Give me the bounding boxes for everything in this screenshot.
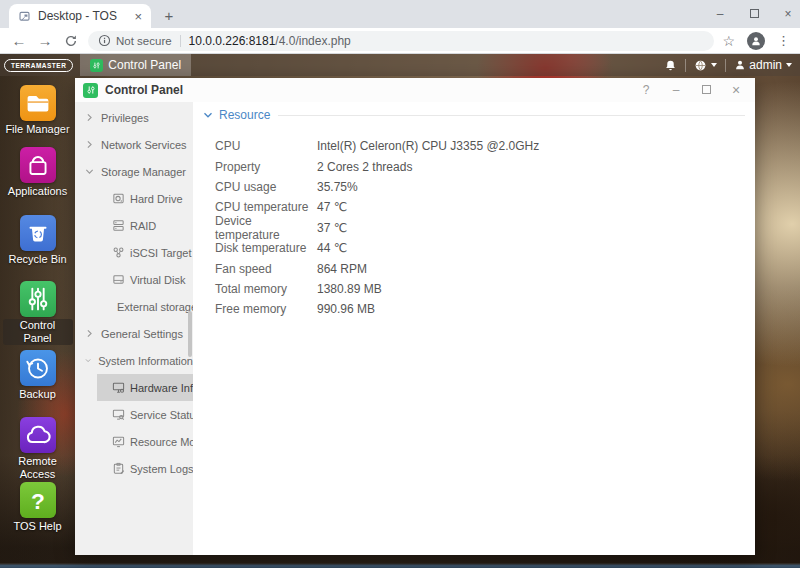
desktop-icon-label: Recycle Bin [8,253,66,266]
window-close-button[interactable]: × [729,82,743,98]
security-label: Not secure [116,35,172,47]
desktop-icon-label: File Manager [5,123,69,136]
window-help-button[interactable]: ? [639,83,653,97]
maximize-icon [702,85,711,94]
resource-row: CPU usage35.75% [203,177,755,197]
window-maximize-button[interactable] [699,83,713,97]
screen: Desktop - TOS × + – × ← → Not secure 10.… [0,0,800,568]
language-globe-icon[interactable] [694,59,717,72]
desktop-icon-recycle-bin[interactable]: Recycle Bin [0,215,75,266]
resource-row: Fan speed864 RPM [203,258,755,278]
tos-desktop: TERRAMASTER Control Panel [0,54,800,568]
raid-icon [112,219,125,232]
new-tab-button[interactable]: + [160,7,178,25]
nav-scrollbar[interactable] [188,311,192,357]
taskbar-item-label: Control Panel [108,58,181,72]
info-icon[interactable] [98,34,111,47]
terramaster-logo: TERRAMASTER [4,59,73,72]
divider [725,59,726,72]
nav-iscsi-target[interactable]: iSCSI Target [75,239,193,266]
question-icon: ? [20,482,56,518]
resource-table: CPUIntel(R) Celeron(R) CPU J3355 @2.0GHz… [203,136,755,320]
forward-button[interactable]: → [32,32,58,49]
desktop-icon-file-manager[interactable]: File Manager [0,85,75,136]
browser-minimize-button[interactable]: – [714,8,726,20]
hardware-information-icon [112,381,125,394]
backup-clock-icon [20,350,56,386]
tab-title: Desktop - TOS [38,9,131,23]
chevron-down-icon [711,63,717,67]
control-panel-icon [90,59,103,72]
nav-privileges[interactable]: Privileges [75,104,193,131]
browser-close-button[interactable]: × [782,8,794,20]
notifications-bell-icon[interactable] [664,59,677,72]
cloud-icon [20,417,56,453]
nav-raid[interactable]: RAID [75,212,193,239]
nav-external-storage[interactable]: External storage [75,293,193,320]
user-menu[interactable]: admin [734,58,792,72]
shopping-bag-icon [20,147,56,183]
tos-favicon-icon [18,10,31,23]
desktop-icon-label: TOS Help [13,520,61,533]
resource-row: Total memory1380.89 MB [203,279,755,299]
chevron-right-icon [85,113,94,122]
desktop-icon-tos-help[interactable]: ? TOS Help [0,482,75,533]
window-title: Control Panel [105,83,183,97]
control-panel-window: Control Panel ? – × Privileges [75,78,755,555]
chevron-down-icon [85,356,91,365]
reload-button[interactable] [58,34,84,48]
nav-resource-monitor[interactable]: Resource Monitor [75,428,193,455]
resource-row: Free memory990.96 MB [203,299,755,319]
back-button[interactable]: ← [6,32,32,49]
resource-row: Disk temperature44 ℃ [203,238,755,258]
nav-virtual-disk[interactable]: Virtual Disk [75,266,193,293]
resource-row: Device temperature37 ℃ [203,218,755,238]
virtual-disk-icon [112,273,125,286]
iscsi-target-icon [112,246,125,259]
sliders-icon [20,281,56,317]
browser-maximize-button[interactable] [748,8,760,20]
taskbar-item-control-panel[interactable]: Control Panel [80,54,191,76]
browser-menu-icon[interactable]: ⋮ [777,33,790,48]
nav-system-logs[interactable]: System Logs [75,455,193,482]
desktop-icon-control-panel[interactable]: Control Panel [0,281,75,345]
chevron-down-icon [85,167,94,176]
chevron-down-icon [786,63,792,67]
maximize-icon [750,9,759,18]
nav-network-services[interactable]: Network Services [75,131,193,158]
url-text: 10.0.0.226:8181/4.0/index.php [189,34,351,48]
bookmark-star-icon[interactable]: ☆ [722,33,735,49]
desktop-icon-label: Backup [19,388,56,401]
recycle-bin-icon [20,215,56,251]
browser-toolbar: ← → Not secure 10.0.0.226:8181/4.0/index… [0,28,800,54]
divider [685,59,686,72]
address-bar[interactable]: Not secure 10.0.0.226:8181/4.0/index.php [88,31,714,51]
user-icon [734,59,746,71]
nav-hardware-information[interactable]: Hardware Information [97,374,193,401]
window-header: Control Panel ? – × [75,78,755,102]
svg-text:?: ? [31,488,45,514]
nav-system-information[interactable]: System Information [75,347,193,374]
username-label: admin [749,58,782,72]
tab-close-icon[interactable]: × [131,10,145,23]
nav-service-status[interactable]: Service Status [75,401,193,428]
folder-icon [20,85,56,121]
nav-general-settings[interactable]: General Settings [75,320,193,347]
hard-drive-icon [112,192,125,205]
divider [180,35,181,47]
browser-tab[interactable]: Desktop - TOS × [9,4,151,28]
desktop-icon-backup[interactable]: Backup [0,350,75,401]
divider [278,115,745,116]
window-minimize-button[interactable]: – [669,83,683,97]
nav-storage-manager[interactable]: Storage Manager [75,158,193,185]
tos-top-bar: TERRAMASTER Control Panel [0,54,800,76]
desktop-icon-label: Control Panel [3,319,73,345]
chevron-right-icon [85,329,94,338]
hardware-information-panel: Resource CPUIntel(R) Celeron(R) CPU J335… [193,102,755,555]
profile-avatar[interactable] [747,32,765,50]
desktop-icon-remote-access[interactable]: Remote Access [0,417,75,481]
chevron-down-icon [203,110,213,120]
nav-hard-drive[interactable]: Hard Drive [75,185,193,212]
desktop-icon-applications[interactable]: Applications [0,147,75,198]
resource-section-header[interactable]: Resource [203,107,755,123]
